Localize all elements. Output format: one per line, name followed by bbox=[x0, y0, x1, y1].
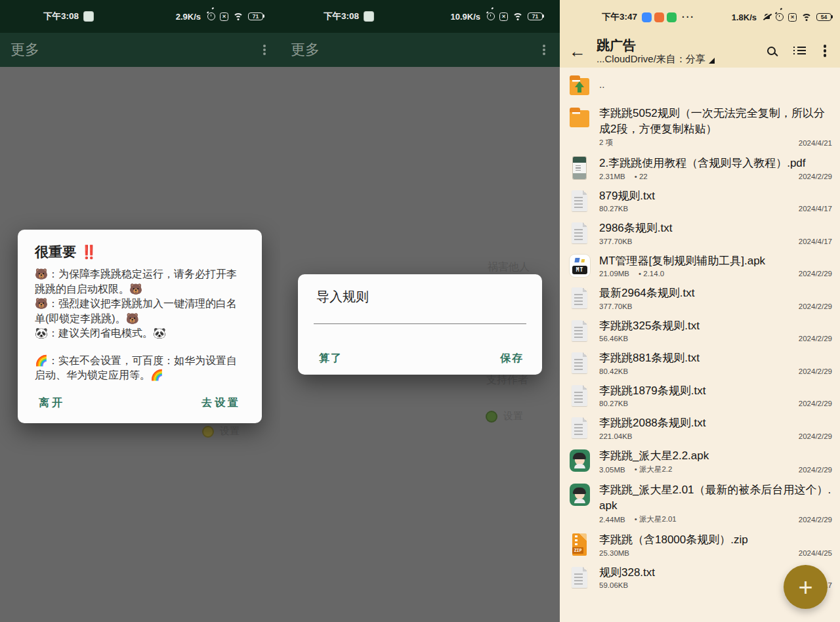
file-date: 2024/4/17 bbox=[799, 238, 832, 245]
file-row[interactable]: 最新2964条规则.txt 377.70KB 2024/2/29 bbox=[560, 281, 840, 314]
app-icon-green bbox=[667, 12, 677, 22]
file-icon bbox=[569, 106, 591, 130]
settings-coin-icon bbox=[202, 426, 214, 438]
screen: 下午3:08 2.9K/s 71 更多 设置 很重要 ‼️ bbox=[0, 0, 840, 622]
file-row[interactable]: MT管理器[复制规则辅助工具].apk 21.09MB 2.14.0 2024/… bbox=[560, 249, 840, 281]
file-date: 2024/2/29 bbox=[799, 516, 832, 524]
clock: 下午3:08 bbox=[324, 10, 359, 22]
file-size: 221.04KB bbox=[599, 432, 633, 440]
app-bar: 更多 bbox=[280, 33, 560, 67]
file-name: .. bbox=[599, 73, 832, 96]
file-row[interactable]: 李跳跳_派大星2.2.apk 3.05MB 派大星2.2 2024/2/29 bbox=[560, 444, 840, 478]
page-title: 更多 bbox=[291, 40, 320, 60]
panel-left-more-page: 下午3:08 2.9K/s 71 更多 设置 很重要 ‼️ bbox=[0, 0, 280, 622]
file-icon bbox=[569, 533, 591, 556]
alarm-icon bbox=[207, 12, 215, 20]
page-title: 跳广告 bbox=[597, 37, 715, 53]
cancel-button[interactable]: 算了 bbox=[318, 346, 344, 371]
file-row[interactable]: 李跳跳2088条规则.txt 221.04KB 2024/2/29 bbox=[560, 411, 840, 444]
dialog-actions: 算了 保存 bbox=[315, 346, 528, 371]
file-name: 李跳跳5052规则（一次无法完全复制，所以分成2段，方便复制粘贴） bbox=[599, 106, 832, 136]
file-icon bbox=[569, 449, 591, 472]
clock: 下午3:08 bbox=[43, 10, 79, 22]
file-name: 李跳跳_派大星2.01（最新的被杀后台用这个）.apk bbox=[599, 482, 832, 513]
save-button[interactable]: 保存 bbox=[499, 346, 525, 371]
file-date: 2024/2/29 bbox=[799, 367, 832, 375]
file-size: 377.70KB bbox=[599, 238, 633, 245]
file-size: 21.09MB bbox=[599, 270, 629, 278]
file-icon bbox=[569, 74, 591, 98]
file-row[interactable]: 2986条规则.txt 377.70KB 2024/4/17 bbox=[560, 216, 840, 249]
file-row[interactable]: 879规则.txt 80.27KB 2024/4/17 bbox=[560, 184, 840, 217]
file-icon bbox=[569, 254, 591, 278]
file-row[interactable]: 李跳跳325条规则.txt 56.46KB 2024/2/29 bbox=[560, 314, 840, 346]
more-notifications-icon: ··· bbox=[682, 12, 695, 22]
dialog-paragraph: 🐻：强烈建议把李跳跳加入一键清理的白名单(即锁定李跳跳)。🐻 bbox=[35, 297, 245, 326]
file-manager-header: ← 跳广告 ...CloudDrive/来自：分享 bbox=[560, 34, 840, 68]
file-date: 2024/4/21 bbox=[799, 139, 832, 147]
status-bar: 下午3:08 10.9K/s 71 bbox=[280, 0, 560, 33]
go-to-settings-button[interactable]: 去设置 bbox=[200, 391, 242, 415]
important-notice-dialog: 很重要 ‼️ 🐻：为保障李跳跳稳定运行，请务必打开李跳跳的自启动权限。🐻 🐻：强… bbox=[18, 230, 262, 423]
file-extra-info: 22 bbox=[635, 173, 648, 180]
back-button[interactable]: ← bbox=[569, 43, 595, 60]
rule-input[interactable] bbox=[314, 303, 526, 324]
file-name: 李跳跳325条规则.txt bbox=[599, 318, 832, 334]
settings-coin-icon bbox=[486, 411, 497, 423]
file-size: 2 项 bbox=[599, 138, 613, 148]
dimmed-content-scrim[interactable]: 祸害他人 支持作者 设置 导入规则 算了 保存 bbox=[280, 67, 560, 622]
add-fab-button[interactable]: + bbox=[784, 565, 828, 609]
file-row[interactable]: 李跳跳1879条规则.txt 80.27KB 2024/2/29 bbox=[560, 379, 840, 411]
file-icon bbox=[569, 384, 591, 407]
file-row[interactable]: 2.李跳跳使用教程（含规则导入教程）.pdf 2.31MB 22 2024/2/… bbox=[560, 151, 840, 184]
overflow-menu-icon[interactable] bbox=[543, 49, 545, 51]
battery-icon: 54 bbox=[816, 13, 831, 22]
file-size: 2.31MB bbox=[599, 173, 625, 180]
overflow-menu-icon[interactable] bbox=[263, 49, 266, 51]
file-name: 李跳跳_派大星2.2.apk bbox=[599, 448, 832, 464]
file-icon bbox=[569, 286, 591, 310]
dialog-paragraph: 🐼：建议关闭省电模式。🐼 bbox=[35, 326, 245, 341]
settings-label: 设置 bbox=[503, 410, 523, 423]
alarm-icon bbox=[487, 12, 495, 20]
background-support-author-item: 支持作者 bbox=[486, 373, 528, 387]
file-name: 最新2964条规则.txt bbox=[599, 285, 832, 301]
file-date: 2024/2/29 bbox=[799, 466, 832, 474]
file-icon bbox=[569, 221, 591, 245]
dialog-paragraph bbox=[35, 341, 245, 354]
file-row[interactable]: 李跳跳_派大星2.01（最新的被杀后台用这个）.apk 2.44MB 派大星2.… bbox=[560, 478, 840, 528]
status-bar: 下午3:08 2.9K/s 71 bbox=[0, 0, 280, 33]
sim-off-icon bbox=[788, 13, 797, 22]
file-size: 377.70KB bbox=[599, 302, 633, 310]
battery-icon: 71 bbox=[528, 12, 543, 21]
file-date: 2024/4/25 bbox=[799, 549, 832, 557]
overflow-menu-icon[interactable] bbox=[824, 49, 827, 52]
file-row[interactable]: 李跳跳5052规则（一次无法完全复制，所以分成2段，方便复制粘贴） 2 项 20… bbox=[560, 101, 840, 151]
file-name: 李跳跳（含18000条规则）.zip bbox=[599, 532, 832, 548]
background-settings-item: 设置 bbox=[202, 425, 240, 438]
file-name: 李跳跳1879条规则.txt bbox=[599, 383, 832, 399]
file-date: 2024/2/29 bbox=[799, 302, 832, 310]
dialog-paragraph: 🐻：为保障李跳跳稳定运行，请务必打开李跳跳的自启动权限。🐻 bbox=[35, 267, 245, 297]
alarm-icon bbox=[776, 13, 784, 21]
file-row[interactable]: 李跳跳881条规则.txt 80.42KB 2024/2/29 bbox=[560, 346, 840, 379]
file-size: 56.46KB bbox=[599, 335, 628, 342]
file-date: 2024/2/29 bbox=[799, 270, 832, 278]
sim-off-icon bbox=[499, 12, 508, 21]
settings-label: 设置 bbox=[220, 425, 240, 438]
dialog-body: 🐻：为保障李跳跳稳定运行，请务必打开李跳跳的自启动权限。🐻 🐻：强烈建议把李跳跳… bbox=[35, 267, 245, 383]
view-list-icon[interactable] bbox=[793, 47, 806, 55]
breadcrumb[interactable]: ...CloudDrive/来自：分享 bbox=[597, 53, 715, 65]
file-row[interactable]: .. bbox=[560, 69, 840, 101]
app-icon-orange bbox=[654, 12, 664, 22]
search-icon[interactable] bbox=[767, 47, 776, 55]
file-size: 80.42KB bbox=[599, 367, 628, 375]
file-size: 2.44MB bbox=[599, 516, 625, 524]
leave-button[interactable]: 离开 bbox=[37, 391, 66, 415]
file-row[interactable]: 李跳跳（含18000条规则）.zip 25.30MB 2024/4/25 bbox=[560, 528, 840, 560]
background-settings-item: 设置 bbox=[486, 410, 523, 423]
file-size: 80.27KB bbox=[599, 400, 628, 407]
panel-right-file-manager: 下午3:47 ··· 1.8K/s 54 ← 跳广告 ...CloudDr bbox=[560, 0, 840, 622]
dimmed-content-scrim[interactable]: 设置 很重要 ‼️ 🐻：为保障李跳跳稳定运行，请务必打开李跳跳的自启动权限。🐻 … bbox=[0, 67, 280, 622]
battery-percent: 71 bbox=[532, 13, 538, 20]
